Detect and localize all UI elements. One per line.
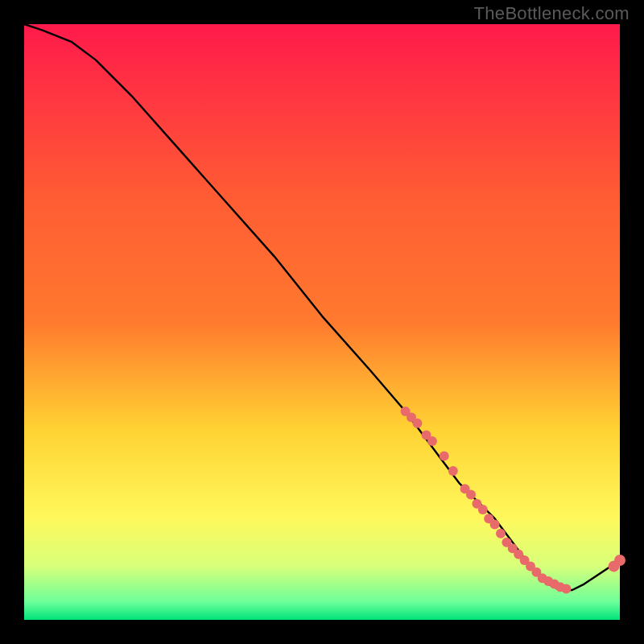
- marker-dot: [496, 529, 506, 539]
- marker-dot: [466, 490, 476, 500]
- marker-dot: [427, 436, 437, 446]
- marker-dot: [412, 419, 422, 428]
- marker-dot: [614, 555, 625, 566]
- watermark-label: TheBottleneck.com: [474, 3, 630, 24]
- chart-svg: [0, 0, 644, 644]
- marker-dot: [561, 584, 571, 594]
- marker-dot: [440, 452, 449, 461]
- marker-dot: [448, 466, 458, 476]
- chart-container: TheBottleneck.com: [0, 0, 644, 644]
- plot-area: [24, 24, 620, 620]
- marker-dot: [490, 520, 500, 530]
- marker-dot: [478, 505, 488, 514]
